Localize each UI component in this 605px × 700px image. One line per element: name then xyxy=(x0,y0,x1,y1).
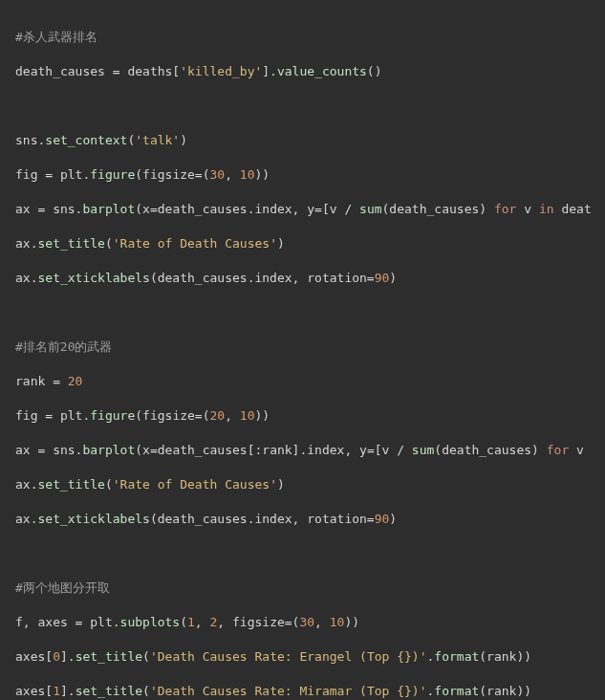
code-line: fig = plt.figure(figsize=(30, 10)) xyxy=(15,166,605,184)
code-line: rank = 20 xyxy=(15,373,605,390)
comment: #杀人武器排名 xyxy=(15,30,97,44)
blank-line xyxy=(15,545,605,562)
code-line: ax.set_title('Rate of Death Causes') xyxy=(15,235,605,252)
code-line: ax.set_xticklabels(death_causes.index, r… xyxy=(15,511,605,528)
code-line: death_causes = deaths['killed_by'].value… xyxy=(15,63,605,80)
code-line: ax.set_title('Rate of Death Causes') xyxy=(15,476,605,493)
comment: #两个地图分开取 xyxy=(15,580,110,595)
code-line: #排名前20的武器 xyxy=(15,339,605,356)
code-editor[interactable]: #杀人武器排名 death_causes = deaths['killed_by… xyxy=(0,0,605,700)
code-line: ax = sns.barplot(x=death_causes[:rank].i… xyxy=(15,442,605,459)
blank-line xyxy=(15,98,605,115)
blank-line xyxy=(15,304,605,321)
code-line: f, axes = plt.subplots(1, 2, figsize=(30… xyxy=(15,614,605,631)
code-line: axes[1].set_title('Death Causes Rate: Mi… xyxy=(15,683,605,700)
code-line: ax.set_xticklabels(death_causes.index, r… xyxy=(15,270,605,287)
code-line: #杀人武器排名 xyxy=(15,29,605,46)
comment: #排名前20的武器 xyxy=(15,339,112,354)
code-line: ax = sns.barplot(x=death_causes.index, y… xyxy=(15,201,605,218)
code-line: sns.set_context('talk') xyxy=(15,132,605,149)
code-line: axes[0].set_title('Death Causes Rate: Er… xyxy=(15,648,605,666)
code-line: fig = plt.figure(figsize=(20, 10)) xyxy=(15,407,605,425)
code-line: #两个地图分开取 xyxy=(15,580,605,597)
